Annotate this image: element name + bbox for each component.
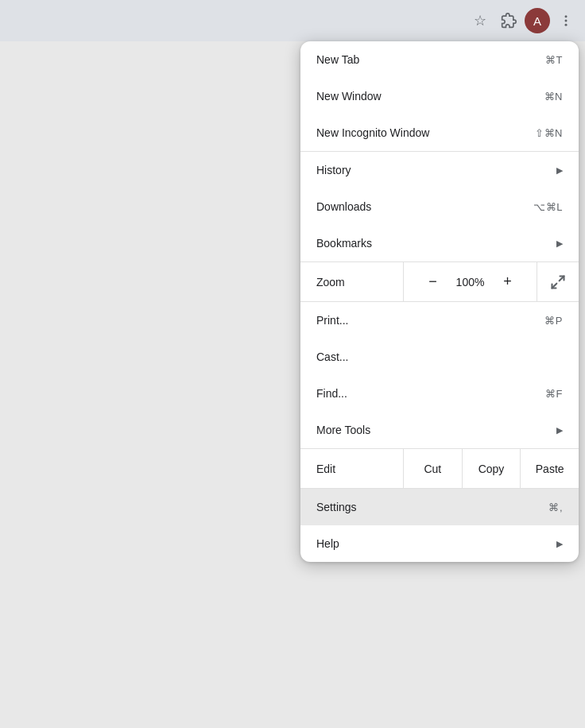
edit-actions: Cut Copy Paste bbox=[404, 449, 579, 488]
paste-button[interactable]: Paste bbox=[521, 449, 579, 488]
menu-item-find[interactable]: Find... ⌘F bbox=[300, 375, 579, 412]
svg-point-2 bbox=[565, 24, 568, 26]
menu-item-settings[interactable]: Settings ⌘, bbox=[300, 489, 579, 525]
zoom-fullscreen-button[interactable] bbox=[537, 262, 579, 301]
more-tools-chevron: ▶ bbox=[556, 425, 563, 436]
menu-item-history[interactable]: History ▶ bbox=[300, 152, 579, 188]
chrome-menu: New Tab ⌘T New Window ⌘N New Incognito W… bbox=[300, 41, 579, 562]
edit-label-section: Edit bbox=[300, 449, 404, 488]
svg-point-0 bbox=[565, 15, 568, 17]
chrome-toolbar: ☆ A bbox=[0, 0, 585, 41]
bookmark-icon[interactable]: ☆ bbox=[467, 8, 493, 33]
bookmarks-chevron: ▶ bbox=[556, 238, 563, 249]
zoom-value: 100% bbox=[451, 276, 490, 288]
menu-section-settings: Settings ⌘, Help ▶ bbox=[300, 489, 579, 562]
menu-item-downloads[interactable]: Downloads ⌥⌘L bbox=[300, 188, 579, 225]
svg-point-1 bbox=[565, 20, 568, 22]
edit-row: Edit Cut Copy Paste bbox=[300, 449, 579, 489]
menu-section-new: New Tab ⌘T New Window ⌘N New Incognito W… bbox=[300, 41, 579, 152]
menu-section-nav: History ▶ Downloads ⌥⌘L Bookmarks ▶ bbox=[300, 152, 579, 262]
zoom-controls: − 100% + bbox=[404, 262, 537, 301]
menu-item-help[interactable]: Help ▶ bbox=[300, 525, 579, 562]
zoom-minus-button[interactable]: − bbox=[416, 262, 451, 301]
help-chevron: ▶ bbox=[556, 539, 563, 549]
menu-item-new-incognito[interactable]: New Incognito Window ⇧⌘N bbox=[300, 114, 579, 151]
avatar-icon[interactable]: A bbox=[525, 8, 550, 33]
history-chevron: ▶ bbox=[556, 165, 563, 176]
menu-section-tools: Print... ⌘P Cast... Find... ⌘F More Tool… bbox=[300, 302, 579, 449]
zoom-label-section: Zoom bbox=[300, 262, 404, 301]
zoom-row: Zoom − 100% + bbox=[300, 262, 579, 302]
more-menu-icon[interactable] bbox=[553, 8, 579, 33]
menu-item-print[interactable]: Print... ⌘P bbox=[300, 302, 579, 339]
cut-button[interactable]: Cut bbox=[404, 449, 463, 488]
copy-button[interactable]: Copy bbox=[463, 449, 521, 488]
menu-item-new-window[interactable]: New Window ⌘N bbox=[300, 78, 579, 114]
extensions-icon[interactable] bbox=[496, 8, 521, 33]
menu-item-cast[interactable]: Cast... bbox=[300, 339, 579, 375]
menu-item-new-tab[interactable]: New Tab ⌘T bbox=[300, 41, 579, 78]
menu-item-bookmarks[interactable]: Bookmarks ▶ bbox=[300, 225, 579, 261]
zoom-plus-button[interactable]: + bbox=[490, 262, 525, 301]
menu-item-more-tools[interactable]: More Tools ▶ bbox=[300, 412, 579, 448]
